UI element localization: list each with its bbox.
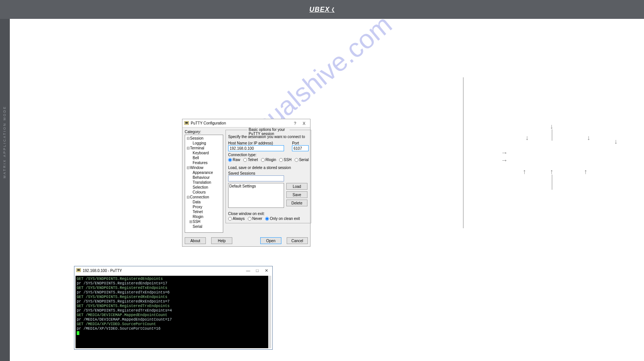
- help-button[interactable]: ?: [290, 120, 300, 127]
- tree-colours[interactable]: Colours: [186, 190, 222, 195]
- radio-raw[interactable]: Raw: [228, 158, 240, 162]
- arrow-up-icon: ↑: [523, 168, 526, 176]
- session-default[interactable]: Default Settings: [229, 184, 283, 188]
- diagram-line: [552, 175, 552, 190]
- delete-button[interactable]: Delete: [286, 200, 307, 206]
- putty-terminal: 192.168.0.100 - PuTTY — □ ✕ GET /SYS/END…: [74, 266, 273, 350]
- open-button[interactable]: Open: [260, 237, 281, 244]
- term-titlebar[interactable]: 192.168.0.100 - PuTTY — □ ✕: [74, 266, 272, 275]
- page: manualshive.com PuTTY Configuration ? X …: [10, 19, 644, 361]
- tree-serial[interactable]: Serial: [186, 224, 222, 229]
- close-exit-label: Close window on exit:: [228, 212, 309, 216]
- radio-rlogin[interactable]: Rlogin: [261, 158, 276, 162]
- tree-connection[interactable]: ⊟Connection: [186, 195, 222, 200]
- arrow-down-icon: ↓: [587, 134, 590, 142]
- radio-never[interactable]: Never: [248, 217, 263, 221]
- session-group: Basic options for your PuTTY session Spe…: [225, 130, 311, 223]
- load-button[interactable]: Load: [286, 183, 307, 190]
- host-label: Host Name (or IP address): [228, 141, 290, 145]
- term-title: 192.168.0.100 - PuTTY: [83, 269, 244, 273]
- minimize-icon[interactable]: —: [244, 267, 253, 274]
- dialog-title: PuTTY Configuration: [191, 121, 290, 125]
- tree-logging[interactable]: Logging: [186, 141, 222, 146]
- term-body[interactable]: GET /SYS/ENDPOINTS.RegisteredEndpointspr…: [76, 276, 271, 348]
- putty-icon: [184, 121, 189, 126]
- arrow-down-icon: ↓: [525, 134, 529, 142]
- tree-session[interactable]: ⊟Session: [186, 136, 222, 141]
- tree-selection[interactable]: Selection: [186, 185, 222, 190]
- arrow-right-icon: →: [501, 157, 508, 164]
- arrow-down-icon: ↓: [614, 138, 618, 146]
- help-button-bottom[interactable]: Help: [211, 237, 232, 244]
- putty-config-dialog: PuTTY Configuration ? X Category: ⊟Sessi…: [182, 119, 310, 247]
- group-title: Basic options for your PuTTY session: [247, 128, 290, 136]
- about-button[interactable]: About: [185, 237, 206, 244]
- host-input[interactable]: [228, 145, 284, 151]
- tree-features[interactable]: Features: [186, 160, 222, 165]
- tree-rlogin[interactable]: Rlogin: [186, 214, 222, 219]
- close-icon[interactable]: ✕: [262, 267, 271, 274]
- tree-appearance[interactable]: Appearance: [186, 170, 222, 175]
- arrow-up-icon: ↑: [584, 168, 587, 176]
- tree-bell[interactable]: Bell: [186, 155, 222, 160]
- cancel-button[interactable]: Cancel: [287, 237, 308, 244]
- session-list[interactable]: Default Settings: [228, 183, 284, 208]
- tree-keyboard[interactable]: Keyboard: [186, 151, 222, 155]
- sidebar: MATRIX APPLICATION MODE: [0, 19, 10, 361]
- tree-behaviour[interactable]: Behaviour: [186, 175, 222, 180]
- diagram-line: [552, 129, 552, 141]
- radio-always[interactable]: Always: [228, 217, 245, 221]
- ubex-logo: UBEX: [309, 6, 335, 14]
- radio-ssh[interactable]: SSH: [279, 158, 292, 162]
- svg-rect-1: [185, 122, 188, 123]
- tree-window[interactable]: ⊟Window: [186, 165, 222, 170]
- radio-telnet[interactable]: Telnet: [243, 158, 258, 162]
- tree-data[interactable]: Data: [186, 200, 222, 204]
- category-tree[interactable]: ⊟Session Logging ⊟Terminal Keyboard Bell…: [185, 135, 223, 233]
- sidebar-label: MATRIX APPLICATION MODE: [3, 106, 6, 178]
- saved-label: Saved Sessions: [228, 171, 309, 175]
- lsd-label: Load, save or delete a stored session: [228, 166, 309, 170]
- putty-icon: [76, 268, 81, 273]
- category-label: Category:: [185, 130, 223, 134]
- tree-ssh[interactable]: ⊞SSH: [186, 219, 222, 224]
- conntype-label: Connection type:: [228, 153, 309, 157]
- diagram-divider: [463, 77, 463, 228]
- maximize-icon[interactable]: □: [253, 267, 262, 274]
- top-bar: UBEX: [0, 0, 644, 19]
- tree-translation[interactable]: Translation: [186, 180, 222, 185]
- close-button[interactable]: X: [300, 120, 309, 127]
- radio-clean[interactable]: Only on clean exit: [265, 217, 300, 221]
- save-button[interactable]: Save: [286, 191, 307, 198]
- svg-rect-3: [77, 269, 80, 271]
- tree-terminal[interactable]: ⊟Terminal: [186, 146, 222, 151]
- titlebar[interactable]: PuTTY Configuration ? X: [182, 119, 310, 128]
- arrow-right-icon: →: [501, 149, 508, 157]
- port-input[interactable]: [292, 145, 309, 151]
- tree-proxy[interactable]: Proxy: [186, 204, 222, 209]
- saved-input[interactable]: [228, 175, 284, 181]
- port-label: Port: [292, 141, 309, 145]
- radio-serial[interactable]: Serial: [295, 158, 309, 162]
- tree-telnet[interactable]: Telnet: [186, 209, 222, 214]
